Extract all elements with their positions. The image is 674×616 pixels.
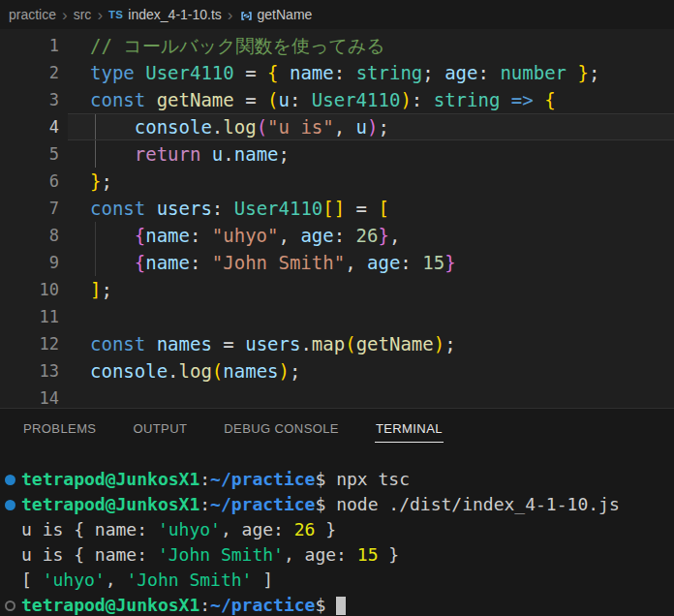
command-decoration-icon <box>5 500 15 510</box>
code-token <box>145 198 156 219</box>
code-line-7[interactable]: 7const users: User4110[] = [ <box>0 195 674 222</box>
terminal-token: 'John Smith' <box>126 570 252 590</box>
code-token: 15 <box>422 252 444 273</box>
terminal-token: } <box>315 519 336 539</box>
code-token <box>567 62 577 83</box>
code-token: age <box>300 225 333 246</box>
code-line-5[interactable]: 5 return u.name; <box>0 140 674 168</box>
code-token: ; <box>589 62 599 83</box>
line-number[interactable]: 3 <box>0 86 68 113</box>
code-line-14[interactable]: 14 <box>0 385 674 408</box>
code-token: ; <box>444 333 455 354</box>
code-token: "John Smith" <box>212 252 345 273</box>
code-token: ( <box>212 360 223 382</box>
breadcrumb-file[interactable]: index_4-1-10.ts <box>128 7 222 22</box>
code-line-11[interactable]: 11 <box>0 303 674 330</box>
tab-problems[interactable]: PROBLEMS <box>22 416 97 443</box>
code-token: u <box>212 143 223 165</box>
code-token: : <box>190 225 212 246</box>
terminal[interactable]: tetrapod@JunkosX1:~/practice$ npx tsctet… <box>0 467 674 616</box>
code-token: . <box>168 360 178 382</box>
code-token: ; <box>279 143 290 165</box>
code-token: ) <box>434 333 444 354</box>
indent-guide <box>95 222 96 249</box>
code-token: User4110 <box>145 62 234 83</box>
code-line-2[interactable]: 2type User4110 = { name: string; age: nu… <box>0 59 674 86</box>
code-line-13[interactable]: 13console.log(names); <box>0 357 674 385</box>
code-token: ; <box>101 170 111 192</box>
code-token <box>200 143 211 165</box>
code-line-content: {name: "John Smith", age: 15} <box>68 249 674 276</box>
line-number[interactable]: 13 <box>0 357 68 385</box>
code-token: : <box>334 225 356 246</box>
terminal-token: : <box>199 595 210 615</box>
terminal-token: u is { name: <box>21 544 158 565</box>
breadcrumb: practice › src › TS index_4-1-10.ts › ge… <box>0 0 674 29</box>
line-number[interactable]: 7 <box>0 195 68 222</box>
code-token: log <box>179 360 212 382</box>
code-line-content: console.log(names); <box>68 357 674 385</box>
line-number[interactable]: 4 <box>0 113 68 140</box>
code-line-4[interactable]: 4 console.log("u is", u); <box>0 113 674 140</box>
line-number[interactable]: 2 <box>0 59 68 86</box>
terminal-output-line[interactable]: u is { name: 'John Smith', age: 15 } <box>0 542 674 568</box>
line-number[interactable]: 8 <box>0 222 68 249</box>
terminal-prompt-line[interactable]: tetrapod@JunkosX1:~/practice$ npx tsc <box>0 467 674 492</box>
code-token: const <box>90 89 145 110</box>
code-token: ; <box>379 116 389 138</box>
line-number[interactable]: 9 <box>0 249 68 276</box>
line-number[interactable]: 6 <box>0 168 68 195</box>
code-line-content: const getName = (u: User4110): string =>… <box>68 86 674 113</box>
terminal-token: $ <box>315 469 325 489</box>
chevron-right-icon: › <box>62 7 68 23</box>
terminal-token: , <box>106 570 127 590</box>
code-token: User4110 <box>312 89 401 110</box>
code-line-content: {name: "uhyo", age: 26}, <box>68 222 674 249</box>
code-line-10[interactable]: 10]; <box>0 276 674 303</box>
breadcrumb-folder-src[interactable]: src <box>74 7 92 22</box>
terminal-token: 'uhyo' <box>43 570 106 590</box>
code-line-content: const users: User4110[] = [ <box>68 195 674 222</box>
code-token: : <box>400 252 422 273</box>
code-token <box>534 89 544 110</box>
code-line-12[interactable]: 12const names = users.map(getName); <box>0 330 674 357</box>
line-number[interactable]: 11 <box>0 303 68 330</box>
command-decoration-icon <box>5 601 15 611</box>
terminal-token: $ <box>315 595 325 615</box>
line-number[interactable]: 10 <box>0 276 68 303</box>
code-token: ; <box>290 360 300 382</box>
tab-terminal[interactable]: TERMINAL <box>375 416 444 443</box>
code-line-1[interactable]: 1// コールバック関数を使ってみる <box>0 32 674 59</box>
terminal-prompt-line[interactable]: tetrapod@JunkosX1:~/practice$ <box>0 593 674 616</box>
code-token: 26 <box>356 225 379 246</box>
terminal-output-line[interactable]: u is { name: 'uhyo', age: 26 } <box>0 517 674 542</box>
code-line-9[interactable]: 9 {name: "John Smith", age: 15} <box>0 249 674 276</box>
code-token: ) <box>367 116 378 138</box>
code-token: name <box>145 225 190 246</box>
code-token: = <box>234 62 267 83</box>
terminal-output-line[interactable]: [ 'uhyo', 'John Smith' ] <box>0 568 674 593</box>
line-number[interactable]: 12 <box>0 330 68 357</box>
code-token: [ <box>378 198 388 219</box>
terminal-token: : <box>199 494 210 514</box>
editor[interactable]: 1// コールバック関数を使ってみる2type User4110 = { nam… <box>0 29 674 408</box>
code-token: . <box>300 333 311 354</box>
line-number[interactable]: 14 <box>0 385 68 408</box>
terminal-token <box>325 595 336 615</box>
tab-debug-console[interactable]: DEBUG CONSOLE <box>223 416 340 443</box>
terminal-token: ] <box>252 570 273 590</box>
code-line-3[interactable]: 3const getName = (u: User4110): string =… <box>0 86 674 113</box>
breadcrumb-symbol[interactable]: getName <box>258 7 313 22</box>
code-token: { <box>544 89 555 110</box>
code-line-content <box>68 303 674 330</box>
line-number[interactable]: 1 <box>0 32 68 59</box>
code-line-6[interactable]: 6}; <box>0 168 674 195</box>
code-token: "uhyo" <box>212 225 279 246</box>
tab-output[interactable]: OUTPUT <box>132 416 188 443</box>
terminal-prompt-line[interactable]: tetrapod@JunkosX1:~/practice$ node ./dis… <box>0 492 674 517</box>
code-token: , <box>345 252 367 273</box>
code-line-8[interactable]: 8 {name: "uhyo", age: 26}, <box>0 222 674 249</box>
line-number[interactable]: 5 <box>0 140 68 168</box>
code-token: const <box>90 333 145 354</box>
breadcrumb-folder-practice[interactable]: practice <box>9 7 56 22</box>
